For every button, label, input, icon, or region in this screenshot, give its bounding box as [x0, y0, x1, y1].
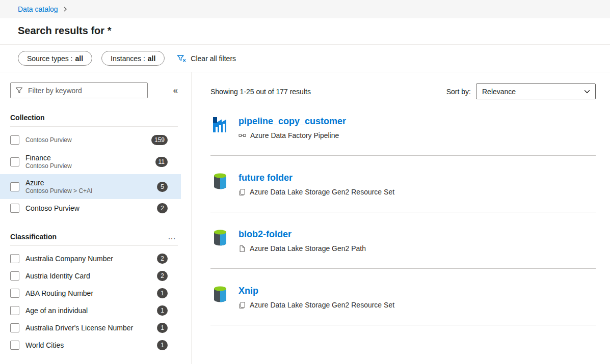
collection-item-selected[interactable]: Azure Contoso Purview > C+AI 5: [0, 174, 181, 199]
page-title: Search results for *: [18, 25, 592, 37]
collection-filter-list: Contoso Purview 159 Finance Contoso Purv…: [0, 131, 191, 217]
count-badge: 2: [157, 203, 168, 213]
sort-dropdown-value: Relevance: [482, 88, 516, 96]
collection-item[interactable]: Finance Contoso Purview 11: [0, 149, 181, 174]
count-badge: 5: [157, 182, 168, 192]
chevron-down-icon: [584, 88, 591, 95]
count-badge: 159: [151, 135, 168, 145]
keyword-filter-row: «: [0, 82, 191, 98]
result-title-link[interactable]: pipeline_copy_customer: [238, 116, 346, 127]
classification-item[interactable]: ABA Routing Number 1: [0, 285, 181, 302]
source-types-filter-button[interactable]: Source types : all: [18, 51, 92, 66]
checkbox[interactable]: [10, 254, 19, 263]
result-type-label: Azure Data Lake Storage Gen2 Resource Se…: [250, 188, 394, 196]
collection-item-sublabel: Contoso Purview: [25, 136, 151, 144]
filter-funnel-icon: [15, 87, 23, 94]
classification-more-button[interactable]: …: [167, 234, 178, 239]
result-type-label: Azure Data Factory Pipeline: [250, 131, 339, 139]
classification-item-label: Australia Driver's License Number: [25, 323, 157, 332]
result-item: Xnip Azure Data Lake Storage Gen2 Resour…: [210, 269, 596, 309]
clear-all-filters-label: Clear all filters: [191, 54, 236, 63]
pipeline-icon: [238, 132, 246, 138]
checkbox[interactable]: [10, 204, 19, 213]
collapse-sidebar-button[interactable]: «: [170, 85, 181, 97]
collection-item-sublabel: Contoso Purview: [25, 162, 155, 170]
sort-by-label: Sort by:: [446, 88, 471, 96]
keyword-filter-input[interactable]: [27, 86, 143, 95]
pill-value: all: [148, 54, 156, 63]
pill-value: all: [75, 54, 84, 63]
breadcrumb-link-data-catalog[interactable]: Data catalog: [18, 5, 58, 13]
collection-item[interactable]: Contoso Purview 159: [0, 131, 181, 149]
adls-gen2-icon: [210, 172, 230, 191]
classification-item[interactable]: Austria Identity Card 2: [0, 267, 181, 285]
checkbox[interactable]: [10, 289, 19, 298]
checkbox[interactable]: [10, 341, 19, 350]
checkbox[interactable]: [10, 157, 19, 166]
checkbox[interactable]: [10, 135, 19, 145]
collection-section-header: Collection: [10, 114, 178, 127]
result-title-link[interactable]: blob2-folder: [238, 229, 366, 240]
classification-filter-list: Australia Company Number 2 Austria Ident…: [0, 250, 191, 354]
content: « Collection Contoso Purview 159 F: [0, 72, 610, 364]
classification-item-label: ABA Routing Number: [25, 289, 157, 298]
result-type-label: Azure Data Lake Storage Gen2 Resource Se…: [250, 301, 394, 309]
file-icon: [238, 245, 246, 253]
checkbox[interactable]: [10, 182, 19, 191]
count-badge: 2: [157, 254, 168, 264]
classification-item[interactable]: World Cities 1: [0, 337, 181, 354]
divider: [210, 325, 596, 325]
result-item: pipeline_copy_customer Azure Data Factor…: [210, 99, 596, 139]
count-badge: 11: [155, 157, 168, 167]
collection-item-label: Contoso Purview: [25, 204, 157, 213]
resource-set-icon: [238, 301, 246, 309]
result-item: future folder Azure Data Lake Storage Ge…: [210, 156, 596, 196]
count-badge: 2: [157, 271, 168, 281]
count-badge: 1: [157, 323, 168, 333]
count-badge: 1: [157, 288, 168, 298]
classification-item[interactable]: Australia Company Number 2: [0, 250, 181, 267]
checkbox[interactable]: [10, 323, 19, 332]
classification-item-label: Australia Company Number: [25, 254, 157, 263]
page-header: Search results for *: [0, 18, 610, 45]
classification-item-label: World Cities: [25, 341, 157, 350]
filters-sidebar: « Collection Contoso Purview 159 F: [0, 72, 192, 364]
results-header: Showing 1-25 out of 177 results Sort by:…: [210, 83, 596, 99]
data-factory-icon: [210, 115, 230, 134]
sort-control: Sort by: Relevance: [446, 83, 596, 99]
collection-item[interactable]: Contoso Purview 2: [0, 199, 181, 217]
result-title-link[interactable]: Xnip: [238, 285, 394, 296]
classification-item-label: Age of an individual: [25, 306, 157, 315]
purview-app: Data catalog Search results for * Source…: [0, 0, 610, 364]
clear-filter-icon: [177, 54, 186, 63]
result-title-link[interactable]: future folder: [238, 172, 394, 183]
clear-all-filters-button[interactable]: Clear all filters: [177, 54, 236, 63]
collection-item-label: Finance: [25, 153, 155, 162]
results-summary: Showing 1-25 out of 177 results: [210, 88, 311, 96]
search-results-panel: Showing 1-25 out of 177 results Sort by:…: [192, 72, 610, 364]
filter-bar: Source types : all Instances : all Clear…: [0, 45, 610, 72]
breadcrumb: Data catalog: [0, 0, 610, 18]
collection-item-label: Azure: [25, 178, 157, 187]
sort-dropdown[interactable]: Relevance: [476, 83, 596, 99]
instances-filter-button[interactable]: Instances : all: [101, 51, 165, 66]
pill-label: Instances :: [111, 54, 145, 63]
classification-item-label: Austria Identity Card: [25, 271, 157, 281]
collection-section-title: Collection: [10, 114, 45, 122]
checkbox[interactable]: [10, 306, 19, 315]
resource-set-icon: [238, 188, 246, 196]
adls-gen2-icon: [210, 228, 230, 247]
breadcrumb-chevron-icon: [63, 7, 68, 12]
result-type-label: Azure Data Lake Storage Gen2 Path: [250, 244, 366, 253]
classification-section-header: Classification …: [10, 233, 178, 246]
classification-item[interactable]: Australia Driver's License Number 1: [0, 319, 181, 337]
keyword-filter-box: [10, 82, 148, 98]
collection-item-sublabel: Contoso Purview > C+AI: [25, 187, 157, 195]
result-item: blob2-folder Azure Data Lake Storage Gen…: [210, 212, 596, 253]
count-badge: 1: [157, 340, 168, 350]
pill-label: Source types :: [27, 54, 73, 63]
adls-gen2-icon: [210, 285, 230, 304]
classification-item[interactable]: Age of an individual 1: [0, 302, 181, 319]
checkbox[interactable]: [10, 271, 19, 281]
classification-section-title: Classification: [10, 233, 57, 241]
